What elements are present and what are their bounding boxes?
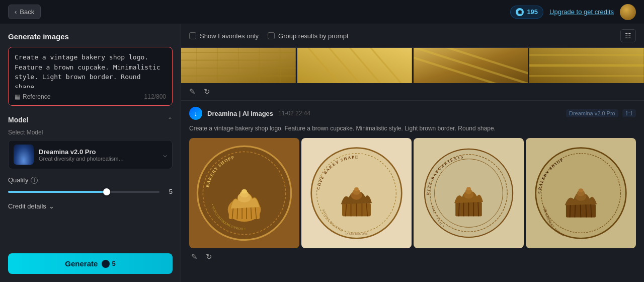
strip-image-3 xyxy=(414,48,528,83)
credit-details-chevron-icon: ⌄ xyxy=(49,202,54,210)
reference-label: Reference xyxy=(23,93,50,100)
topbar-right: ◉ 195 Upgrade to get credits xyxy=(510,4,636,20)
model-desc: Great diversity and photorealism. Of... xyxy=(39,156,124,162)
right-panel: Show Favorites only Group results by pro… xyxy=(181,24,644,282)
model-section-title: Model xyxy=(8,116,28,124)
top-images-strip xyxy=(181,48,644,83)
credits-icon: ◉ xyxy=(516,8,524,16)
svg-line-29 xyxy=(237,207,237,219)
generate-button[interactable]: Generate ◉ 5 xyxy=(8,253,173,274)
sidebar: Generate images Create a vintage bakery … xyxy=(0,24,181,282)
svg-point-36 xyxy=(242,189,247,194)
reference-icon: ▦ xyxy=(15,93,20,100)
credits-badge: ◉ 195 xyxy=(510,6,543,19)
strip-image-1 xyxy=(181,48,296,83)
ai-entry: ↓ Dreamina | AI images 11-02 22:44 Dream… xyxy=(181,101,644,133)
edit-strip-button[interactable]: ✎ xyxy=(187,86,198,97)
svg-point-50 xyxy=(354,187,359,191)
model-card[interactable]: Dreamina v2.0 Pro Great diversity and ph… xyxy=(8,140,173,169)
generated-image-4[interactable]: CRALERY SHIOP 191 • 776 BAIKESERY SHOOP xyxy=(526,138,636,248)
quality-slider-track[interactable] xyxy=(8,191,159,193)
avatar[interactable] xyxy=(620,4,636,20)
grid-view-button[interactable]: ☷ xyxy=(620,29,636,42)
avatar-image xyxy=(620,4,636,20)
ai-prompt-text: Create a vintage bakery shop logo. Featu… xyxy=(189,124,636,133)
cost-icon: ◉ xyxy=(102,260,110,268)
upgrade-button[interactable]: Upgrade to get credits xyxy=(549,8,614,16)
images-grid: BAKERY SHOPP • SUPCUBTIKEMCUPROO • xyxy=(181,138,644,248)
model-thumbnail xyxy=(14,145,34,165)
svg-line-59 xyxy=(459,202,459,216)
svg-text:IN CUTTING ONE: IN CUTTING ONE xyxy=(346,232,368,235)
bottom-actions: ✎ ↻ xyxy=(181,248,644,265)
credit-details-row[interactable]: Credit details ⌄ xyxy=(8,202,173,210)
generate-cost: ◉ 5 xyxy=(102,260,115,268)
model-text: Dreamina v2.0 Pro Great diversity and ph… xyxy=(39,148,124,162)
generated-image-2[interactable]: COPE BAKEY SHAPE SATONA BILLETOP IN CUTT… xyxy=(301,138,412,248)
prompt-input-wrapper: Create a vintage bakery shop logo. Featu… xyxy=(8,47,173,106)
svg-point-80 xyxy=(579,188,584,192)
topbar: ‹ Back ◉ 195 Upgrade to get credits xyxy=(0,0,644,24)
generate-cost-value: 5 xyxy=(112,260,115,267)
toolbar-right: ☷ xyxy=(620,29,636,42)
model-chevron-icon[interactable]: ⌃ xyxy=(168,116,173,123)
char-count: 112/800 xyxy=(144,93,166,100)
svg-line-76 xyxy=(586,204,586,217)
strip-image-2 xyxy=(297,48,412,83)
ai-source-title: Dreamina | AI images xyxy=(207,110,273,117)
ai-ratio-tag: 1:1 xyxy=(622,109,636,117)
upgrade-label: Upgrade to get credits xyxy=(549,8,614,16)
prompt-textarea[interactable]: Create a vintage bakery shop logo. Featu… xyxy=(15,52,166,88)
svg-line-77 xyxy=(591,204,591,217)
quality-label: Quality i xyxy=(8,176,173,184)
textarea-footer: ▦ Reference 112/800 xyxy=(15,93,166,100)
svg-point-66 xyxy=(466,187,471,190)
credit-details-label: Credit details xyxy=(8,202,46,210)
select-model-label: Select Model xyxy=(8,129,173,136)
results-toolbar: Show Favorites only Group results by pro… xyxy=(181,24,644,48)
edit-results-button[interactable]: ✎ xyxy=(189,251,200,262)
back-label: Back xyxy=(20,8,34,16)
model-name: Dreamina v2.0 Pro xyxy=(39,148,124,156)
svg-line-73 xyxy=(570,204,571,217)
refresh-strip-button[interactable]: ↻ xyxy=(202,86,212,97)
show-favorites-item[interactable]: Show Favorites only xyxy=(189,32,259,40)
generated-image-3[interactable]: RITE BAPCAKIEX1S 1141 • IVII • xyxy=(414,138,524,248)
ai-arrow-icon: ↓ xyxy=(189,107,202,120)
svg-line-75 xyxy=(580,204,581,217)
quality-slider-row: 5 xyxy=(8,188,173,195)
reference-button[interactable]: ▦ Reference xyxy=(15,93,50,100)
svg-line-63 xyxy=(478,202,478,216)
ai-tags: Dreamina v2.0 Pro 1:1 xyxy=(566,109,636,117)
quality-value: 5 xyxy=(165,188,173,195)
generate-label: Generate xyxy=(65,259,98,268)
strip-actions: ✎ ↻ xyxy=(181,83,644,101)
quality-text: Quality xyxy=(8,176,28,184)
back-button[interactable]: ‹ Back xyxy=(8,5,41,19)
info-icon: i xyxy=(31,177,38,184)
sidebar-title: Generate images xyxy=(8,32,173,41)
settings-icon[interactable]: ⌵ xyxy=(163,151,167,159)
group-by-prompt-item[interactable]: Group results by prompt xyxy=(268,32,348,40)
show-favorites-checkbox[interactable] xyxy=(189,32,196,39)
svg-line-74 xyxy=(575,204,575,217)
ai-model-tag: Dreamina v2.0 Pro xyxy=(566,109,618,117)
back-chevron-icon: ‹ xyxy=(15,8,17,16)
refresh-results-button[interactable]: ↻ xyxy=(204,251,214,262)
generated-image-1[interactable]: BAKERY SHOPP • SUPCUBTIKEMCUPROO • xyxy=(189,138,299,248)
group-by-prompt-checkbox[interactable] xyxy=(268,32,275,39)
results-scroll[interactable]: ✎ ↻ ↓ Dreamina | AI images 11-02 22:44 D… xyxy=(181,48,644,282)
model-info: Dreamina v2.0 Pro Great diversity and ph… xyxy=(14,145,124,165)
credits-value: 195 xyxy=(527,8,538,16)
ai-datetime: 11-02 22:44 xyxy=(278,110,310,117)
model-section-header: Model ⌃ xyxy=(8,116,173,124)
show-favorites-label: Show Favorites only xyxy=(200,32,259,40)
strip-image-4 xyxy=(529,48,644,83)
quality-slider-fill xyxy=(8,191,107,193)
group-by-prompt-label: Group results by prompt xyxy=(278,32,348,40)
quality-slider-thumb[interactable] xyxy=(103,188,110,195)
main-content: Generate images Create a vintage bakery … xyxy=(0,24,644,282)
svg-line-32 xyxy=(251,207,252,219)
ai-header: ↓ Dreamina | AI images 11-02 22:44 Dream… xyxy=(189,107,636,120)
